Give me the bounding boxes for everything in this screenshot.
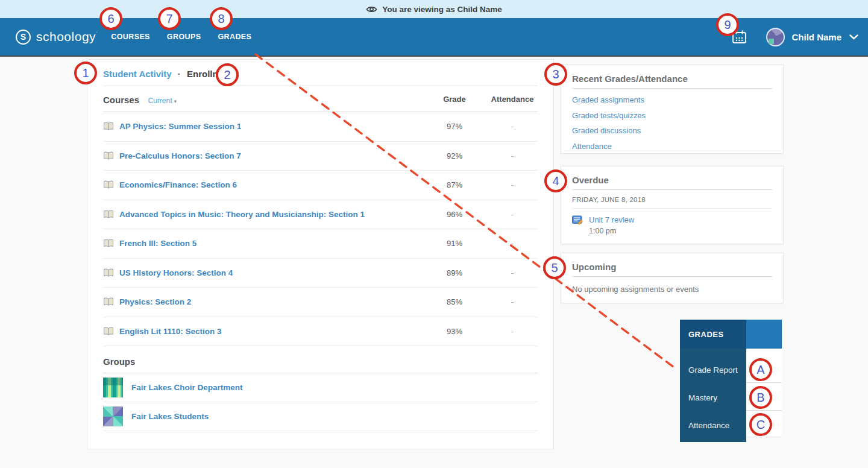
recent-grades-links: Graded assignments Graded tests/quizzes … <box>572 95 772 151</box>
recent-grades-title: Recent Grades/Attendance <box>572 74 772 89</box>
menu-item-attendance[interactable]: Attendance <box>688 411 746 439</box>
child-avatar[interactable] <box>766 28 785 46</box>
nav-grades[interactable]: GRADES <box>218 33 251 41</box>
table-row: AP Physics: Summer Session 1 97% - <box>103 112 538 142</box>
course-link[interactable]: Pre-Calculus Honors: Section 7 <box>119 151 241 160</box>
course-attendance: - <box>488 268 536 277</box>
course-attendance: - <box>488 210 536 219</box>
annotation-circle-9: 9 <box>716 13 739 36</box>
link-graded-tests-quizzes[interactable]: Graded tests/quizzes <box>572 111 772 120</box>
annotation-circle-8: 8 <box>210 7 233 30</box>
course-book-icon <box>103 210 114 219</box>
course-grade: 91% <box>439 239 470 248</box>
upcoming-empty-text: No upcoming assignments or events <box>572 285 772 294</box>
course-link[interactable]: Physics: Section 2 <box>119 297 191 306</box>
annotation-circle-7: 7 <box>158 7 181 30</box>
annotation-circle-4: 4 <box>544 169 567 192</box>
course-grade: 96% <box>439 210 470 219</box>
course-grade: 85% <box>439 297 470 306</box>
groups-title: Groups <box>103 356 135 367</box>
grades-menu-selected[interactable]: GRADES <box>680 320 746 349</box>
grades-dropdown: Grade Report Mastery Attendance <box>680 349 746 442</box>
course-book-icon <box>103 239 114 248</box>
list-item: Fair Lakes Students <box>103 402 538 431</box>
assignment-icon <box>572 215 583 235</box>
course-link[interactable]: AP Physics: Summer Session 1 <box>119 122 241 131</box>
course-attendance: - <box>488 327 536 336</box>
schoology-s-icon: S <box>16 30 31 45</box>
grades-menu-highlight <box>746 320 782 349</box>
annotation-circle-2: 2 <box>216 63 239 86</box>
course-link[interactable]: Advanced Topics in Music: Theory and Mus… <box>119 210 365 219</box>
tab-student-activity[interactable]: Student Activity <box>103 69 172 79</box>
nav-courses[interactable]: COURSES <box>111 33 150 41</box>
child-name-label[interactable]: Child Name <box>791 32 841 42</box>
list-item: Fair Lakes Choir Department <box>103 373 538 402</box>
overdue-item-text: Unit 7 review 1:00 pm <box>589 215 634 235</box>
group-avatar <box>103 378 123 397</box>
trademark-dot: · <box>96 30 98 35</box>
course-link[interactable]: US History Honors: Section 4 <box>119 268 233 277</box>
course-book-icon <box>103 327 114 336</box>
breadcrumb: Student Activity · Enrollments <box>103 60 538 86</box>
menu-item-mastery[interactable]: Mastery <box>688 384 746 411</box>
table-row: Physics: Section 2 85% - <box>103 288 538 317</box>
schoology-parent-view: You are viewing as Child Name S schoolog… <box>0 0 868 468</box>
group-link[interactable]: Fair Lakes Choir Department <box>131 383 243 392</box>
course-grade: 92% <box>439 151 470 160</box>
course-grade: 87% <box>439 180 470 189</box>
schoology-logo[interactable]: S schoology· <box>16 30 98 45</box>
group-link[interactable]: Fair Lakes Students <box>131 412 209 421</box>
table-row: French III: Section 5 91% - <box>103 229 538 259</box>
link-attendance[interactable]: Attendance <box>572 142 772 151</box>
link-graded-discussions[interactable]: Graded discussions <box>572 126 772 135</box>
courses-title: Courses <box>103 95 139 105</box>
overdue-item-link[interactable]: Unit 7 review <box>589 215 634 224</box>
annotation-circle-6: 6 <box>99 7 122 30</box>
primary-nav: COURSES GROUPS GRADES <box>111 33 251 41</box>
course-attendance: - <box>488 297 536 306</box>
overdue-title: Overdue <box>572 175 772 190</box>
annotation-circle-3: 3 <box>544 63 567 86</box>
course-grade: 89% <box>439 268 470 277</box>
table-row: Advanced Topics in Music: Theory and Mus… <box>103 200 538 230</box>
course-book-icon <box>103 180 114 189</box>
course-book-icon <box>103 297 114 306</box>
schoology-wordmark: schoology· <box>36 30 98 44</box>
eye-icon <box>366 5 377 13</box>
link-graded-assignments[interactable]: Graded assignments <box>572 95 772 104</box>
courses-header: Courses Current▾ Grade Attendance <box>103 86 538 112</box>
overdue-date: FRIDAY, JUNE 8, 2018 <box>572 196 772 209</box>
course-book-icon <box>103 122 114 131</box>
course-book-icon <box>103 151 114 160</box>
chevron-down-icon[interactable] <box>849 34 858 40</box>
overdue-card: Overdue FRIDAY, JUNE 8, 2018 Unit 7 revi… <box>561 166 784 244</box>
enrollments-card: Student Activity · Enrollments Courses C… <box>87 59 554 449</box>
recent-grades-card: Recent Grades/Attendance Graded assignme… <box>561 65 784 154</box>
viewing-as-text: You are viewing as Child Name <box>382 5 502 14</box>
course-link[interactable]: French III: Section 5 <box>119 239 197 248</box>
course-attendance: - <box>488 151 536 160</box>
group-avatar <box>103 406 123 426</box>
menu-item-grade-report[interactable]: Grade Report <box>688 356 746 384</box>
course-link[interactable]: English Lit 1110: Section 3 <box>119 327 222 336</box>
course-attendance: - <box>488 239 536 248</box>
annotation-circle-a: A <box>749 358 772 381</box>
column-header-attendance: Attendance <box>488 95 536 104</box>
annotation-circle-1: 1 <box>74 62 97 84</box>
annotation-circle-b: B <box>749 386 772 409</box>
table-row: US History Honors: Section 4 89% - <box>103 259 538 288</box>
course-link[interactable]: Economics/Finance: Section 6 <box>119 180 237 189</box>
breadcrumb-separator: · <box>178 69 181 79</box>
courses-filter-dropdown[interactable]: Current▾ <box>148 96 177 105</box>
annotation-circle-5: 5 <box>543 256 566 279</box>
table-row: Economics/Finance: Section 6 87% - <box>103 171 538 200</box>
table-row: Pre-Calculus Honors: Section 7 92% - <box>103 142 538 171</box>
nav-groups[interactable]: GROUPS <box>167 33 201 41</box>
course-grade: 97% <box>439 122 470 131</box>
overdue-item: Unit 7 review 1:00 pm <box>572 215 772 235</box>
course-grade: 93% <box>439 327 470 336</box>
column-header-grade: Grade <box>439 95 470 104</box>
viewing-as-banner: You are viewing as Child Name <box>0 0 868 18</box>
caret-down-icon: ▾ <box>174 98 177 104</box>
